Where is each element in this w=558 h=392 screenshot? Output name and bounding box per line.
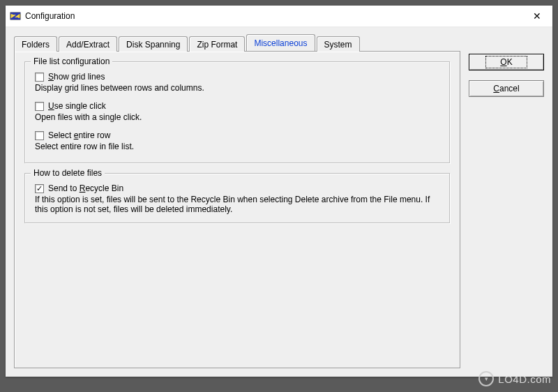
group-how-to-delete: How to delete files ✓ Send to Recycle Bi… <box>24 173 450 223</box>
tab-label: Disk Spanning <box>126 40 180 50</box>
tab-label: System <box>324 40 352 50</box>
config-window: Configuration ✕ Folders Add/Extract Disk… <box>6 6 552 377</box>
tabstrip: Folders Add/Extract Disk Spanning Zip Fo… <box>14 34 460 51</box>
titlebar: Configuration ✕ <box>6 6 552 27</box>
checkbox-select-entire-row[interactable] <box>35 131 44 140</box>
checkbox-label: Send to Recycle Bin <box>48 183 123 193</box>
tab-label: Folders <box>22 40 50 50</box>
tab-folders[interactable]: Folders <box>14 36 57 52</box>
group-file-list: File list configuration Show grid lines … <box>24 61 450 163</box>
tab-zip-format[interactable]: Zip Format <box>189 36 245 52</box>
close-button[interactable]: ✕ <box>521 6 552 26</box>
watermark: ▾ LO4D.com <box>478 371 551 386</box>
window-title: Configuration <box>25 11 521 21</box>
app-icon <box>10 10 21 22</box>
watermark-text: LO4D.com <box>498 373 551 385</box>
checkbox-label: Show grid lines <box>48 72 105 82</box>
checkbox-use-single-click[interactable] <box>35 102 44 111</box>
cancel-button[interactable]: Cancel <box>469 80 544 97</box>
checkbox-label: Select entire row <box>48 130 110 140</box>
tab-system[interactable]: System <box>317 36 360 52</box>
download-icon: ▾ <box>478 371 494 386</box>
description-text: Select entire row in file list. <box>35 142 439 151</box>
description-text: Open files with a single click. <box>35 112 439 122</box>
checkbox-show-grid-lines[interactable] <box>35 73 44 82</box>
group-legend: How to delete files <box>31 168 105 178</box>
tab-label: Add/Extract <box>66 40 110 50</box>
tab-disk-spanning[interactable]: Disk Spanning <box>119 36 188 52</box>
description-text: Display grid lines between rows and colu… <box>35 83 439 93</box>
tab-add-extract[interactable]: Add/Extract <box>59 36 117 52</box>
button-label: Cancel <box>493 84 519 93</box>
close-icon: ✕ <box>533 10 541 22</box>
button-label: OK <box>485 56 527 68</box>
tab-label: Zip Format <box>197 40 237 50</box>
ok-button[interactable]: OK <box>469 54 544 70</box>
checkbox-send-to-recycle-bin[interactable]: ✓ <box>35 184 44 193</box>
checkmark-icon: ✓ <box>36 185 43 193</box>
tab-label: Miscellaneous <box>254 38 307 48</box>
tab-miscellaneous[interactable]: Miscellaneous <box>246 34 315 51</box>
description-text: If this option is set, files will be sen… <box>35 195 439 214</box>
tabpanel-miscellaneous: File list configuration Show grid lines … <box>14 51 460 368</box>
group-legend: File list configuration <box>31 56 112 66</box>
checkbox-label: Use single click <box>48 101 106 111</box>
